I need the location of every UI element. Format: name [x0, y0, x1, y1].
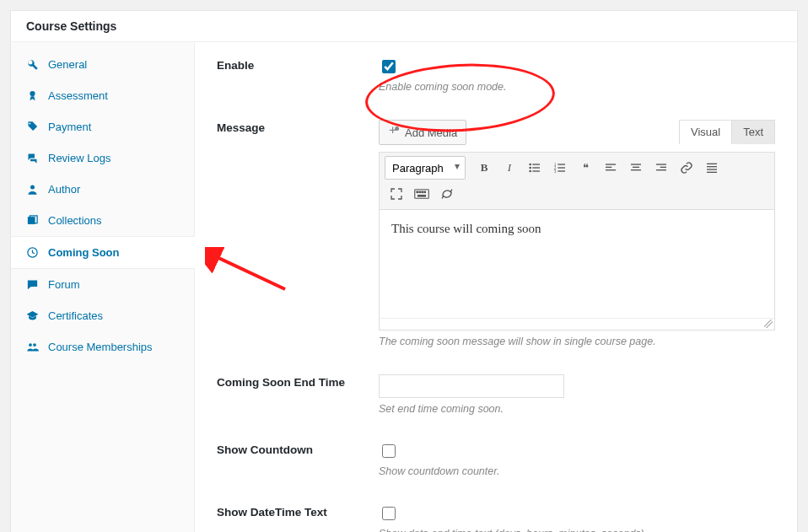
sidebar-item-payment[interactable]: Payment	[11, 111, 194, 142]
sidebar-item-label: Course Memberships	[48, 341, 153, 353]
tag-icon	[24, 121, 40, 133]
sidebar-item-certificates[interactable]: Certificates	[11, 300, 194, 331]
svg-rect-36	[422, 191, 423, 193]
add-media-label: Add Media	[405, 126, 457, 139]
svg-point-0	[30, 91, 35, 96]
end-time-help: Set end time coming soon.	[379, 403, 775, 415]
svg-rect-15	[558, 164, 565, 164]
sidebar-item-course-memberships[interactable]: Course Memberships	[11, 331, 194, 363]
field-body-end-time: Set end time coming soon.	[379, 374, 775, 415]
sidebar-item-coming-soon[interactable]: Coming Soon	[11, 236, 195, 269]
fullscreen-button[interactable]	[385, 182, 408, 206]
end-time-input[interactable]	[379, 374, 564, 398]
sidebar-item-forum[interactable]: Forum	[11, 269, 194, 300]
editor-tabs: Visual Text	[680, 120, 775, 144]
enable-checkbox[interactable]	[382, 60, 396, 73]
editor-toolbar: Paragraph B I 123	[380, 153, 774, 210]
svg-rect-19	[558, 170, 565, 171]
editor-tab-visual[interactable]: Visual	[679, 120, 732, 144]
ribbon-icon	[24, 89, 40, 102]
sidebar-item-collections[interactable]: Collections	[11, 205, 194, 236]
sidebar-item-label: Payment	[48, 121, 91, 133]
svg-rect-11	[532, 167, 540, 168]
resize-handle[interactable]	[380, 318, 774, 330]
svg-rect-29	[707, 164, 717, 164]
editor-content: This course will coming soon	[391, 222, 541, 235]
user-icon	[24, 183, 40, 196]
ol-button[interactable]: 123	[548, 156, 572, 180]
field-show-datetime-text: Show DateTime Text Show date and time te…	[217, 504, 775, 532]
more-button[interactable]	[700, 156, 724, 180]
svg-rect-22	[606, 169, 616, 170]
sidebar-item-author[interactable]: Author	[11, 174, 194, 205]
field-body-show-datetime-text: Show date and time text (days, hours, mi…	[379, 504, 775, 532]
svg-point-6	[33, 343, 36, 347]
add-media-button[interactable]: Add Media	[379, 120, 466, 145]
sidebar-item-review-logs[interactable]: Review Logs	[11, 142, 194, 174]
svg-rect-21	[606, 167, 611, 168]
svg-rect-17	[558, 167, 565, 168]
svg-rect-30	[707, 166, 717, 167]
course-settings-panel: Course Settings General Assessment	[10, 10, 798, 532]
panel-header: Course Settings	[11, 11, 797, 42]
field-label-show-datetime-text: Show DateTime Text	[217, 504, 379, 532]
field-label-end-time: Coming Soon End Time	[217, 374, 379, 415]
field-body-message: Add Media Visual Text Paragraph	[379, 120, 775, 347]
sidebar-item-label: Assessment	[48, 89, 108, 102]
sidebar-item-label: Coming Soon	[48, 246, 120, 259]
field-message: Message Add Media Visual Text	[217, 120, 775, 347]
link-button[interactable]	[675, 156, 698, 180]
svg-point-10	[529, 167, 531, 169]
sidebar-item-label: Certificates	[48, 309, 103, 322]
svg-text:3: 3	[554, 169, 557, 174]
field-label-message: Message	[217, 120, 379, 347]
svg-rect-26	[656, 164, 666, 164]
group-icon	[24, 341, 40, 353]
comments-icon	[24, 152, 40, 164]
svg-rect-13	[532, 170, 540, 171]
svg-point-5	[29, 343, 32, 347]
format-select[interactable]: Paragraph	[385, 156, 466, 180]
svg-point-12	[529, 170, 531, 173]
sidebar-item-label: General	[48, 58, 87, 71]
field-end-time: Coming Soon End Time Set end time coming…	[217, 374, 775, 415]
svg-rect-35	[419, 191, 421, 193]
sidebar-item-label: Collections	[48, 214, 102, 227]
enable-help: Enable coming soon mode.	[379, 81, 775, 93]
sidebar-item-label: Author	[48, 183, 80, 196]
svg-rect-31	[707, 169, 717, 169]
svg-point-1	[30, 185, 35, 190]
show-countdown-checkbox[interactable]	[382, 444, 396, 458]
sidebar-item-general[interactable]: General	[11, 49, 194, 80]
align-left-button[interactable]	[599, 156, 622, 180]
field-enable: Enable Enable coming soon mode.	[217, 57, 775, 93]
keyboard-button[interactable]	[410, 182, 434, 206]
svg-rect-28	[656, 169, 666, 170]
show-datetime-text-checkbox[interactable]	[382, 507, 396, 520]
italic-button[interactable]: I	[498, 156, 521, 180]
align-center-button[interactable]	[624, 156, 648, 180]
svg-point-8	[529, 164, 531, 166]
refresh-button[interactable]	[435, 182, 459, 206]
svg-rect-20	[606, 164, 616, 164]
svg-rect-34	[417, 191, 418, 193]
svg-rect-9	[532, 164, 540, 164]
field-body-show-countdown: Show countdown counter.	[379, 442, 775, 477]
bold-button[interactable]: B	[472, 156, 496, 180]
collection-icon	[24, 214, 40, 227]
field-show-countdown: Show Countdown Show countdown counter.	[217, 442, 775, 477]
message-help: The coming soon message will show in sin…	[379, 336, 775, 347]
editor-textarea[interactable]: This course will coming soon	[380, 210, 774, 318]
sidebar-item-assessment[interactable]: Assessment	[11, 80, 194, 111]
quote-button[interactable]: ❝	[574, 156, 597, 180]
align-right-button[interactable]	[649, 156, 673, 180]
settings-sidebar: General Assessment Payment Review Logs	[11, 42, 195, 532]
field-body-enable: Enable coming soon mode.	[379, 57, 775, 93]
editor-tab-text[interactable]: Text	[731, 120, 775, 144]
field-label-enable: Enable	[217, 57, 379, 93]
sidebar-item-label: Forum	[48, 278, 80, 291]
svg-rect-25	[631, 169, 641, 170]
sidebar-item-label: Review Logs	[48, 152, 110, 164]
panel-body: General Assessment Payment Review Logs	[11, 42, 797, 532]
ul-button[interactable]	[523, 156, 547, 180]
